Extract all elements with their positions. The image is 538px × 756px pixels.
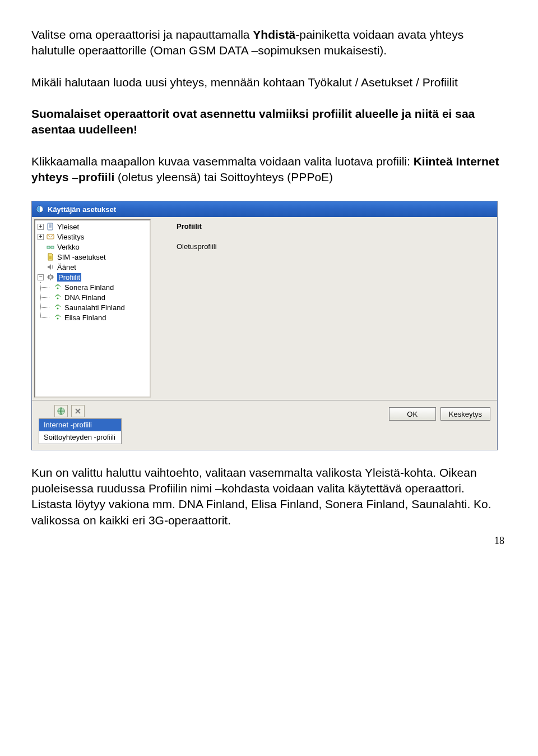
expand-icon[interactable]: + (38, 224, 44, 230)
bold-text: Yhdistä (253, 28, 295, 41)
paragraph: Klikkaamalla maapallon kuvaa vasemmalta … (31, 154, 507, 186)
cancel-button[interactable]: Keskeytys (440, 407, 490, 421)
tree-pane[interactable]: + Yleiset + Viestitys (34, 219, 151, 398)
profile-type-popup[interactable]: Internet -profiili Soittoyhteyden -profi… (39, 418, 122, 444)
tree-label: Elisa Finland (64, 313, 106, 323)
signal-icon (53, 303, 62, 312)
page-icon (46, 222, 55, 231)
tree-label: Profiilit (57, 273, 81, 283)
tree-sub-elisa[interactable]: Elisa Finland (47, 312, 150, 322)
tree-label: DNA Finland (64, 293, 105, 303)
popup-item-dialup[interactable]: Soittoyhteyden -profiili (39, 431, 121, 444)
text: Valitse oma operaattorisi ja napauttamal… (31, 28, 253, 41)
svg-rect-4 (47, 246, 50, 248)
paragraph: Kun on valittu haluttu vaihtoehto, valit… (31, 465, 507, 528)
app-icon (35, 205, 44, 214)
detail-pane: Profiilit Oletusprofiili (153, 217, 497, 400)
tree-item-verkko[interactable]: Verkko (36, 242, 150, 252)
text: Klikkaamalla maapallon kuvaa vasemmalta … (31, 155, 414, 168)
gear-icon (46, 273, 55, 282)
tree-label: Sonera Finland (64, 283, 114, 293)
svg-point-10 (57, 298, 59, 299)
tree-label: SIM -asetukset (57, 252, 106, 262)
paragraph-bold: Suomalaiset operaattorit ovat asennettu … (31, 106, 507, 138)
paragraph: Valitse oma operaattorisi ja napauttamal… (31, 27, 507, 59)
svg-point-8 (50, 276, 52, 278)
pane-sublabel: Oletusprofiili (177, 242, 497, 252)
tree-label: Viestitys (57, 232, 84, 242)
pane-heading: Profiilit (177, 222, 497, 232)
svg-point-11 (57, 308, 59, 310)
mail-icon (46, 232, 55, 241)
text: (oletus yleensä) tai Soittoyhteys (PPPoE… (114, 170, 333, 183)
tree-sub-saunalahti[interactable]: Saunalahti Finland (47, 302, 150, 312)
tree-item-aanet[interactable]: Äänet (36, 262, 150, 272)
tree-item-profiilit[interactable]: − Profiilit (36, 272, 150, 282)
page-number: 18 (494, 534, 504, 547)
signal-icon (53, 313, 62, 322)
speaker-icon (46, 262, 55, 271)
window-title: Käyttäjän asetukset (48, 205, 116, 215)
delete-icon (73, 407, 82, 416)
delete-profile-button[interactable] (71, 405, 85, 417)
tree-item-sim[interactable]: SIM -asetukset (36, 252, 150, 262)
tree-sub-dna[interactable]: DNA Finland (47, 292, 150, 302)
tree-label: Yleiset (57, 222, 79, 232)
signal-icon (53, 293, 62, 302)
tree-sub-sonera[interactable]: Sonera Finland (47, 282, 150, 292)
tree-label: Verkko (57, 242, 80, 252)
paragraph: Mikäli halutaan luoda uusi yhteys, mennä… (31, 75, 507, 90)
ok-button[interactable]: OK (389, 407, 436, 421)
svg-point-9 (57, 288, 59, 289)
svg-rect-5 (51, 246, 54, 248)
svg-point-12 (57, 318, 59, 320)
signal-icon (53, 283, 62, 292)
tree-item-viestitys[interactable]: + Viestitys (36, 232, 150, 242)
tree-item-yleiset[interactable]: + Yleiset (36, 222, 150, 232)
svg-rect-6 (49, 256, 52, 259)
bottom-bar: Internet -profiili Soittoyhteyden -profi… (32, 400, 497, 449)
window-body: + Yleiset + Viestitys (32, 217, 497, 400)
sim-icon (46, 252, 55, 261)
tree-label: Saunalahti Finland (64, 303, 125, 313)
svg-rect-2 (48, 223, 53, 230)
globe-icon (57, 407, 66, 416)
network-icon (46, 242, 55, 251)
title-bar[interactable]: Käyttäjän asetukset (32, 201, 497, 217)
tree-label: Äänet (57, 262, 76, 273)
collapse-icon[interactable]: − (38, 274, 44, 280)
expand-icon[interactable]: + (38, 234, 44, 240)
settings-window: Käyttäjän asetukset + Yleiset + Viestity… (31, 201, 498, 450)
popup-item-internet[interactable]: Internet -profiili (39, 419, 121, 431)
new-profile-button[interactable] (54, 405, 68, 417)
